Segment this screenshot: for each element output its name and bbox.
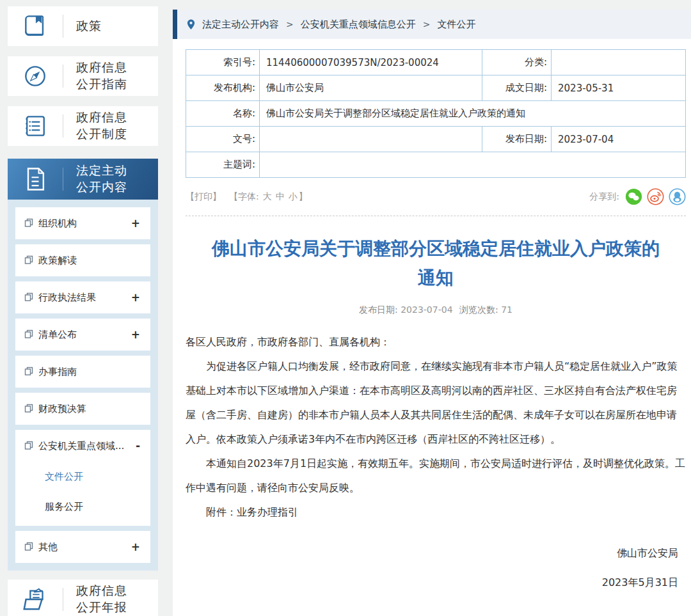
sidebar-item-policy[interactable]: 政策 <box>8 6 158 46</box>
pages-icon <box>24 292 33 304</box>
breadcrumb-item-key-areas[interactable]: 公安机关重点领域信息公开 <box>301 19 416 31</box>
page: 政策 政府信息公开指南 <box>0 0 691 616</box>
submenu-item-other[interactable]: 其他 + <box>15 531 150 563</box>
sidebar-item-statutory-disclosure[interactable]: 法定主动公开内容 <box>8 159 158 200</box>
publish-date-caption: 发布日期: <box>359 304 398 315</box>
main-content: 法定主动公开内容 > 公安机关重点领域信息公开 > 文件公开 索引号: 1144… <box>173 0 691 616</box>
print-button[interactable]: 【打印】 <box>186 191 221 203</box>
divider <box>63 65 63 88</box>
submenu-label: 组织机构 <box>38 217 77 230</box>
article-toolbar: 【打印】 【字体: 大 中 小 】 分享到: <box>186 188 686 205</box>
breadcrumb-item-file-disclosure[interactable]: 文件公开 <box>437 19 475 31</box>
breadcrumb-separator: > <box>423 19 431 29</box>
attachment-line: 附件：业务办理指引 <box>186 500 686 525</box>
breadcrumb-item-statutory[interactable]: 法定主动公开内容 <box>202 19 279 31</box>
document-icon <box>8 165 63 193</box>
submenu-item-organization[interactable]: 组织机构 + <box>15 207 150 239</box>
salutation-line: 各区人民政府，市政府各部门、直属各机构： <box>186 330 686 354</box>
expand-toggle[interactable]: + <box>131 541 140 553</box>
issuer-value: 佛山市公安局 <box>260 75 482 101</box>
qq-share-icon[interactable] <box>669 188 686 205</box>
pages-icon <box>24 217 33 230</box>
sidebar: 政策 政府信息公开指南 <box>8 6 158 616</box>
sidebar-item-gov-info-system[interactable]: 政府信息公开制度 <box>8 106 158 146</box>
book-icon <box>8 12 63 40</box>
sidebar-item-label: 政府信息公开指南 <box>76 59 138 92</box>
compass-icon <box>8 62 63 90</box>
sidebar-item-label: 法定主动公开内容 <box>76 162 138 195</box>
weibo-share-icon[interactable] <box>647 188 664 205</box>
written-date-label: 成文日期: <box>482 75 552 101</box>
body-paragraph: 本通知自2023年7月1日起实施，有效期五年。实施期间，市公安局适时进行评估，及… <box>186 452 686 500</box>
table-row: 发布机构: 佛山市公安局 成文日期: 2023-05-31 <box>186 75 686 101</box>
font-size-small-button[interactable]: 小 <box>289 191 298 203</box>
submenu-item-enforcement-results[interactable]: 行政执法结果 + <box>15 281 150 313</box>
font-size-medium-button[interactable]: 中 <box>276 191 285 203</box>
expand-toggle[interactable]: + <box>131 217 140 230</box>
font-size-large-button[interactable]: 大 <box>263 191 272 203</box>
sidebar-item-annual-report[interactable]: 政府信息公开年报 <box>8 580 158 616</box>
submenu-label: 公安机关重点领域... <box>38 440 124 452</box>
divider <box>63 15 63 38</box>
views-count: 71 <box>501 304 512 315</box>
share-bar: 分享到: <box>589 188 686 205</box>
share-label: 分享到: <box>589 191 619 203</box>
table-row: 文号: 发布日期: 2023-07-04 <box>186 127 686 152</box>
sidebar-item-label: 政策 <box>76 18 138 35</box>
category-value <box>552 50 686 75</box>
written-date-value: 2023-05-31 <box>552 75 686 101</box>
table-row: 名称: 佛山市公安局关于调整部分区域稳定居住就业入户政策的通知 <box>186 101 686 127</box>
expand-toggle[interactable]: + <box>131 291 140 304</box>
sidebar-item-label: 政府信息公开年报 <box>76 583 138 615</box>
submenu-item-policy-interpretation[interactable]: 政策解读 <box>15 244 150 276</box>
sidebar-item-gov-info-guide[interactable]: 政府信息公开指南 <box>8 56 158 96</box>
sidebar-submenu: 组织机构 + 政策解读 <box>8 200 158 571</box>
submenu-label: 政策解读 <box>38 255 77 267</box>
submenu-child-service-disclosure[interactable]: 服务公开 <box>24 492 140 526</box>
signature-date: 2023年5月31日 <box>186 571 686 595</box>
wechat-share-icon[interactable] <box>625 188 642 205</box>
views-caption: 浏览次数: <box>459 304 498 315</box>
keywords-label: 主题词: <box>186 152 260 178</box>
submenu-item-list-publication[interactable]: 清单公布 + <box>15 319 150 351</box>
pages-icon <box>24 541 33 553</box>
name-label: 名称: <box>186 101 260 127</box>
body-paragraph: 为促进各区户籍人口均衡发展，经市政府同意，在继续实施现有非本市户籍人员“稳定居住… <box>186 354 686 452</box>
doc-number-value <box>260 127 482 152</box>
folder-icon <box>8 585 63 614</box>
pages-icon <box>24 440 33 452</box>
submenu-label: 财政预决算 <box>38 403 86 415</box>
pages-icon <box>24 366 33 378</box>
article-body: 各区人民政府，市政府各部门、直属各机构： 为促进各区户籍人口均衡发展，经市政府同… <box>186 330 686 595</box>
expand-toggle[interactable]: + <box>131 328 140 341</box>
name-value: 佛山市公安局关于调整部分区域稳定居住就业入户政策的通知 <box>260 101 686 127</box>
font-size-suffix: 】 <box>299 191 308 203</box>
pages-icon <box>24 255 33 267</box>
submenu-child-file-disclosure[interactable]: 文件公开 <box>24 462 140 492</box>
issuer-label: 发布机构: <box>186 75 260 101</box>
submenu-item-service-guide[interactable]: 办事指南 <box>15 356 150 388</box>
pages-icon <box>24 329 33 341</box>
keywords-value <box>260 152 686 178</box>
font-size-prefix: 【字体: <box>229 191 259 203</box>
signature-agency: 佛山市公安局 <box>186 541 686 565</box>
publish-date-text: 2023-07-04 <box>401 304 452 315</box>
divider <box>63 115 63 138</box>
divider <box>63 168 63 191</box>
collapse-toggle[interactable]: - <box>136 439 140 452</box>
breadcrumb: 法定主动公开内容 > 公安机关重点领域信息公开 > 文件公开 <box>173 10 691 39</box>
category-label: 分类: <box>482 50 552 75</box>
submenu-item-fiscal-budget[interactable]: 财政预决算 <box>15 393 150 425</box>
submenu-label: 行政执法结果 <box>38 292 96 304</box>
submenu-label: 办事指南 <box>38 366 77 378</box>
table-row: 主题词: <box>186 152 686 178</box>
document-meta-table: 索引号: 11440600007039573N/2023-00024 分类: 发… <box>186 49 686 178</box>
submenu-group-key-areas: 公安机关重点领域... - 文件公开 服务公开 <box>15 430 150 526</box>
print-font-controls: 【打印】 【字体: 大 中 小 】 <box>186 191 308 203</box>
pages-icon <box>24 403 33 415</box>
article-title: 佛山市公安局关于调整部分区域稳定居住就业入户政策的通知 <box>208 234 663 293</box>
article-meta: 发布日期: 2023-07-04 浏览次数: 71 <box>186 304 686 316</box>
submenu-item-key-areas[interactable]: 公安机关重点领域... - <box>24 430 140 462</box>
table-row: 索引号: 11440600007039573N/2023-00024 分类: <box>186 50 686 75</box>
submenu-label: 清单公布 <box>38 329 77 341</box>
